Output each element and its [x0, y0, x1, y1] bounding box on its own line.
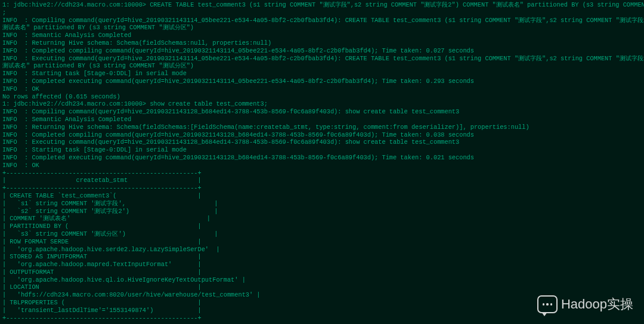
terminal-line: | ROW FORMAT SERDE | — [2, 238, 642, 246]
terminal-line: | 'org.apache.hadoop.hive.ql.io.HiveIgno… — [2, 276, 642, 284]
terminal-line: INFO : Completed compiling command(query… — [2, 131, 642, 139]
terminal-line: INFO : Returning Hive schema: Schema(fie… — [2, 124, 642, 131]
terminal-line: INFO : Completed executing command(query… — [2, 154, 642, 162]
terminal-line: 1: jdbc:hive2://cdh234.macro.com:10000> … — [2, 100, 642, 108]
terminal-output[interactable]: 1: jdbc:hive2://cdh234.macro.com:10000> … — [0, 0, 644, 323]
terminal-line: INFO : Completed compiling command(query… — [2, 47, 642, 55]
terminal-line: 测试表名" partitioned BY (s3 string COMMENT … — [2, 24, 642, 32]
terminal-line: INFO : Starting task [Stage-0:DDL] in se… — [2, 70, 642, 78]
terminal-line: INFO : OK — [2, 85, 642, 93]
terminal-line: | `s2` string COMMENT '测试字段2') | — [2, 208, 642, 215]
terminal-line: INFO : Executing command(queryId=hive_20… — [2, 138, 642, 146]
terminal-line: | STORED AS INPUTFORMAT | — [2, 253, 642, 261]
terminal-line: INFO : Completed executing command(query… — [2, 78, 642, 85]
terminal-line: | CREATE TABLE `test_comment3`( | — [2, 192, 642, 200]
terminal-line: +---------------------------------------… — [2, 184, 642, 192]
terminal-line: INFO : Compiling command(queryId=hive_20… — [2, 108, 642, 116]
terminal-line: | PARTITIONED BY ( | — [2, 223, 642, 230]
terminal-line: | `s3` string COMMENT '测试分区') | — [2, 230, 642, 238]
terminal-line: | 'transient_lastDdlTime'='1553149874') … — [2, 307, 642, 314]
terminal-line: +---------------------------------------… — [2, 169, 642, 177]
terminal-line: | createtab_stmt | — [2, 177, 642, 184]
terminal-line: INFO : Executing command(queryId=hive_20… — [2, 55, 642, 63]
terminal-line: | 'org.apache.hadoop.hive.serde2.lazy.La… — [2, 246, 642, 254]
terminal-line: No rows affected (0.615 seconds) — [2, 93, 642, 101]
terminal-line: INFO : Returning Hive schema: Schema(fie… — [2, 39, 642, 47]
terminal-line: 1: jdbc:hive2://cdh234.macro.com:10000> … — [2, 1, 642, 9]
terminal-line: | LOCATION | — [2, 283, 642, 291]
terminal-line: | 'hdfs://cdh234.macro.com:8020/user/hiv… — [2, 291, 642, 299]
terminal-line: INFO : OK — [2, 162, 642, 169]
terminal-line: INFO : Semantic Analysis Completed — [2, 32, 642, 39]
terminal-line: ; — [2, 9, 642, 17]
terminal-line: | TBLPROPERTIES ( | — [2, 299, 642, 307]
terminal-line: | COMMENT '测试表名' | — [2, 215, 642, 223]
terminal-line: INFO : Semantic Analysis Completed — [2, 116, 642, 124]
terminal-line: +---------------------------------------… — [2, 314, 642, 322]
terminal-line: | 'org.apache.hadoop.mapred.TextInputFor… — [2, 261, 642, 269]
terminal-line: 测试表名" partitioned BY (s3 string COMMENT … — [2, 62, 642, 70]
terminal-line: INFO : Compiling command(queryId=hive_20… — [2, 17, 642, 24]
terminal-line: INFO : Starting task [Stage-0:DDL] in se… — [2, 146, 642, 154]
terminal-line: | OUTPUTFORMAT | — [2, 269, 642, 276]
terminal-line: | `s1` string COMMENT '测试字段', | — [2, 200, 642, 208]
